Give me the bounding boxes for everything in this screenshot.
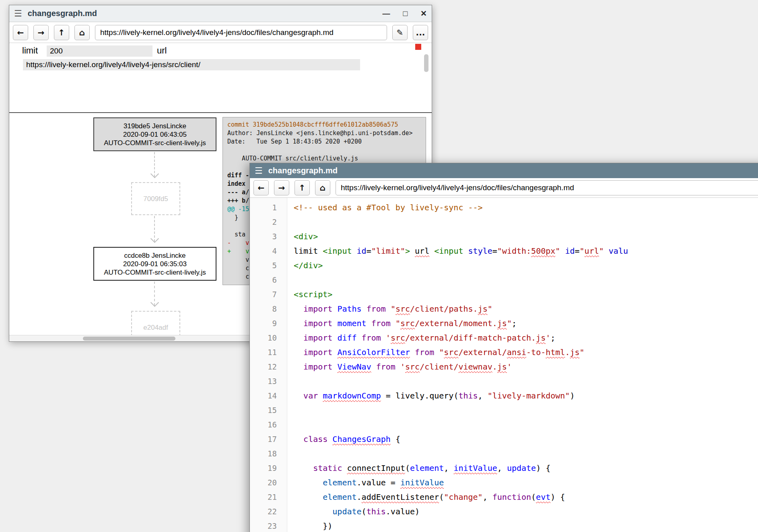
repo-url-input[interactable]: https://lively-kernel.org/lively4/lively… (23, 59, 360, 70)
commit-node-label: ccdce8b JensLincke (94, 251, 216, 260)
line-number: 22 (250, 504, 287, 519)
line-number: 10 (250, 331, 287, 345)
line-number: 14 (250, 388, 287, 403)
window-titlebar[interactable]: ☰ changesgraph.md — □ ✕ (9, 5, 432, 22)
line-number: 23 (250, 519, 287, 532)
line-number: 1 (250, 200, 287, 215)
commit-detail-line: Author: JensLincke <jens.lincke@hpi.uni-… (227, 129, 421, 138)
line-number: 18 (250, 446, 287, 461)
unsaved-indicator (415, 44, 421, 50)
code-editor[interactable]: 1234567891011121314151617181920212223 <!… (250, 198, 758, 532)
navigation-bar: ← → ↑ ⌂ https://lively-kernel.org/lively… (9, 22, 432, 43)
commit-detail-line: Date: Tue Sep 1 18:43:05 2020 +0200 (227, 138, 421, 146)
window-menu-icon[interactable]: ☰ (14, 8, 22, 19)
window-title: changesgraph.md (28, 9, 97, 18)
commit-node[interactable]: ccdce8b JensLincke2020-09-01 06:35:03AUT… (93, 247, 216, 281)
code-line[interactable] (294, 446, 758, 461)
home-button[interactable]: ⌂ (315, 180, 330, 195)
horizontal-scrollbar-thumb[interactable] (83, 337, 175, 341)
line-number: 12 (250, 359, 287, 374)
line-number: 3 (250, 229, 287, 244)
line-number: 13 (250, 374, 287, 388)
code-line[interactable]: class ChangesGraph { (294, 432, 758, 446)
editor-gutter: 1234567891011121314151617181920212223 (250, 198, 287, 532)
line-number: 15 (250, 403, 287, 417)
window-titlebar[interactable]: ☰ changesgraph.md (250, 163, 758, 178)
line-number: 6 (250, 273, 287, 287)
up-button[interactable]: ↑ (54, 25, 69, 40)
code-line[interactable]: static connectInput(element, initValue, … (294, 461, 758, 475)
line-number: 7 (250, 287, 287, 302)
commit-node-label: 319bde5 JensLincke (94, 122, 216, 130)
commit-detail-line: commit 319bde525b1048cbcfff6dffe61012ab8… (227, 121, 421, 129)
editor-code[interactable]: <!-- used as a #Tool by lively-sync --> … (287, 198, 758, 532)
limit-label: limit (22, 45, 38, 56)
line-number: 8 (250, 302, 287, 316)
commit-node[interactable]: 7009fd5 (131, 182, 180, 215)
window-title: changesgraph.md (268, 166, 338, 175)
line-number: 17 (250, 432, 287, 446)
code-line[interactable]: import ViewNav from 'src/client/viewnav.… (294, 359, 758, 374)
up-button[interactable]: ↑ (295, 180, 310, 195)
more-options-button[interactable]: ... (413, 25, 428, 40)
line-number: 16 (250, 417, 287, 432)
code-line[interactable] (294, 215, 758, 229)
code-line[interactable] (294, 417, 758, 432)
line-number: 5 (250, 258, 287, 273)
code-line[interactable]: limit <input id="limit"> url <input styl… (294, 244, 758, 258)
vertical-scrollbar-thumb[interactable] (424, 54, 428, 72)
address-url-field[interactable]: https://lively-kernel.org/lively4/lively… (95, 25, 387, 40)
code-line[interactable]: <!-- used as a #Tool by lively-sync --> (294, 200, 758, 215)
code-line[interactable] (294, 273, 758, 287)
url-label: url (157, 45, 167, 56)
commit-node-label: AUTO-COMMIT-src-client-lively.js (94, 268, 216, 277)
line-number: 20 (250, 475, 287, 490)
navigation-bar: ← → ↑ ⌂ https://lively-kernel.org/lively… (250, 178, 758, 198)
code-line[interactable]: element.value = initValue (294, 475, 758, 490)
home-button[interactable]: ⌂ (74, 25, 90, 40)
code-line[interactable]: import diff from 'src/external/diff-matc… (294, 331, 758, 345)
address-url-field[interactable]: https://lively-kernel.org/lively4/lively… (336, 180, 758, 195)
line-number: 9 (250, 316, 287, 331)
forward-button[interactable]: → (274, 180, 289, 195)
commit-detail-line: AUTO-COMMIT src/client/lively.js (227, 154, 421, 163)
code-line[interactable]: import AnsiColorFilter from "src/externa… (294, 345, 758, 359)
edit-pencil-button[interactable]: ✎ (392, 25, 408, 40)
code-line[interactable]: import Paths from "src/client/paths.js" (294, 302, 758, 316)
line-number: 21 (250, 490, 287, 504)
line-number: 2 (250, 215, 287, 229)
back-button[interactable]: ← (13, 25, 28, 40)
window-changesgraph-front: ☰ changesgraph.md ← → ↑ ⌂ https://lively… (249, 163, 758, 532)
minimize-button[interactable]: — (383, 9, 390, 18)
forward-button[interactable]: → (33, 25, 49, 40)
code-line[interactable] (294, 374, 758, 388)
commit-node-label: 2020-09-01 06:35:03 (94, 260, 216, 268)
code-line[interactable]: element.addEventListener("change", funct… (294, 490, 758, 504)
code-line[interactable]: </div> (294, 258, 758, 273)
code-line[interactable]: update(this.value) (294, 504, 758, 519)
commit-node-label: 2020-09-01 06:43:05 (94, 130, 216, 139)
commit-node[interactable]: 319bde5 JensLincke2020-09-01 06:43:05AUT… (93, 117, 216, 151)
line-number: 19 (250, 461, 287, 475)
commit-node-label: 7009fd5 (132, 195, 179, 203)
code-line[interactable]: <script> (294, 287, 758, 302)
line-number: 11 (250, 345, 287, 359)
code-line[interactable]: import moment from "src/external/moment.… (294, 316, 758, 331)
markdown-form-area: limit 200 url https://lively-kernel.org/… (9, 43, 432, 113)
commit-node[interactable]: e204adf (131, 311, 180, 335)
limit-input[interactable]: 200 (47, 45, 152, 57)
close-button[interactable]: ✕ (420, 9, 427, 18)
window-menu-icon[interactable]: ☰ (255, 166, 263, 176)
code-line[interactable]: var markdownComp = lively.query(this, "l… (294, 388, 758, 403)
back-button[interactable]: ← (253, 180, 269, 195)
commit-node-label: AUTO-COMMIT-src-client-lively.js (94, 139, 216, 147)
code-line[interactable] (294, 403, 758, 417)
code-line[interactable]: }) (294, 519, 758, 532)
commit-detail-line (227, 146, 421, 154)
line-number: 4 (250, 244, 287, 258)
code-line[interactable]: <div> (294, 229, 758, 244)
maximize-button[interactable]: □ (403, 9, 408, 18)
commit-node-label: e204adf (132, 323, 179, 332)
